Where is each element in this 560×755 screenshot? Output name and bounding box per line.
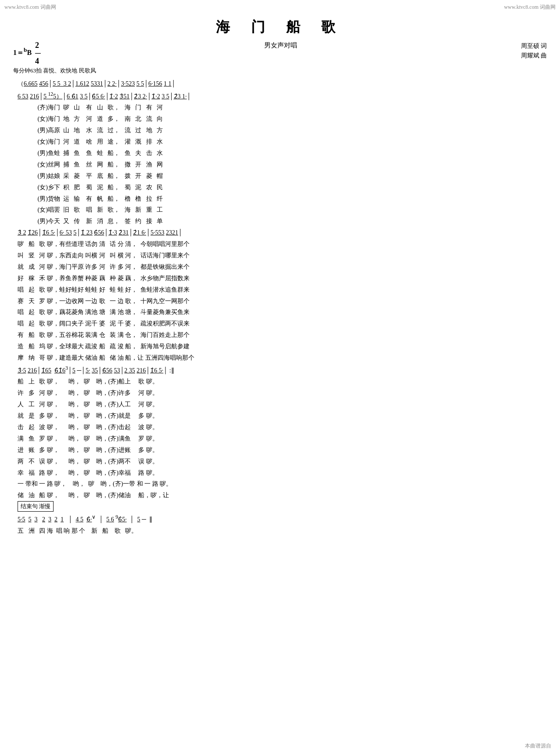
lyrics-block-1: (齐)海门 哕 山 有 山 歌， 海 门 有 河 (女)海门 地 方 河 道 多… [18, 102, 542, 227]
vocal-type: 男女声对唱 [41, 41, 521, 50]
notation-line-4: 3̂·5 216│1̂65 6̂1̂63│5 ─│5· 35│6̂56 53│2… [18, 364, 542, 376]
key-signature: 1＝bB 2─4 [13, 41, 41, 65]
watermark-left: www.ktvc8.com 词曲网 [4, 4, 56, 11]
title: 海 门 船 歌 [13, 18, 547, 37]
notation-line-1: （6.665 456│5 5 3 2│1.612 5331│2 2·│3·523… [18, 78, 542, 90]
notation-ending: 5·5 5 3 2 3 2 1 │ 4 5 6̂·∨ │ 5 6 96̂5· │… [18, 513, 542, 536]
lyrics-block-3: 船 上 歌 哕， 哟， 哕 哟，(齐)船上 歌 哕。 许 多 河 哕， 哟， 哕… [18, 376, 542, 501]
watermark-right: www.ktvc8.com 词曲网 [504, 4, 556, 11]
music-content: （6.665 456│5 5 3 2│1.612 5331│2 2·│3·523… [13, 78, 547, 537]
notation-line-3: 3̂ 2 1̂26│1̂6 5·│6· 53 5│1̂ 23 6̂56│1̂·3… [18, 227, 542, 238]
notation-line-2: 6 53 216│5 125）│6 6̂1 3 5│6̂5 6·│1̂·2 3̂… [18, 90, 542, 102]
bottom-note: 本曲谱源自 [525, 742, 551, 750]
lyrics-block-2: 哕 船 歌 哕，有些道理 话勿 清 话 分 清， 今朝唱唱河里那个 叫 竖 河 … [18, 238, 542, 364]
composer-info: 周至硕 词 周耀斌 曲 [521, 41, 547, 61]
ending-section: 结束句 渐慢 [18, 501, 54, 512]
tempo: 每分钟63拍 喜悦、欢快地 民歌风 [13, 67, 547, 75]
